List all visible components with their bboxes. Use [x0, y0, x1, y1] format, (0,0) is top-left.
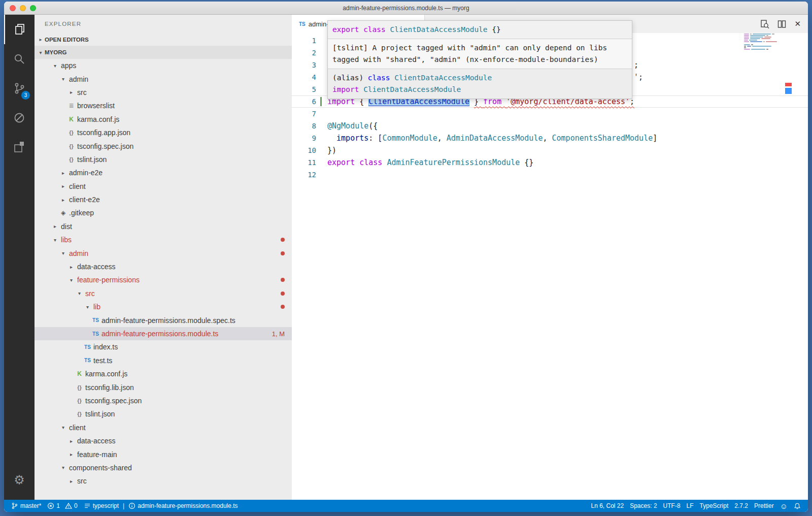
code-line-12[interactable]: 12	[292, 169, 808, 181]
tree-item-index-ts[interactable]: TSindex.ts	[35, 340, 292, 353]
tree-item-browserslist[interactable]: ≣browserslist	[35, 99, 292, 112]
tree-item-components-shared[interactable]: ▾components-shared	[35, 461, 292, 474]
code-line-8[interactable]: 8@NgModule({	[292, 120, 808, 132]
git-branch-status[interactable]: master*	[8, 500, 44, 512]
tree-item-src[interactable]: ▸src	[35, 86, 292, 99]
file-tree: ▾apps▾admin▸src≣browserslistKkarma.conf.…	[35, 59, 292, 500]
tree-item-feature-permissions[interactable]: ▾feature-permissions	[35, 273, 292, 286]
close-icon: ✕	[794, 19, 801, 28]
code-line-7[interactable]: 7	[292, 108, 808, 120]
tree-item-client[interactable]: ▾client	[35, 421, 292, 434]
gutter	[316, 108, 327, 120]
extensions-activity-button[interactable]	[4, 133, 35, 162]
tree-item-admin[interactable]: ▾admin	[35, 246, 292, 260]
tree-item-client[interactable]: ▸client	[35, 180, 292, 193]
tree-item-karma-conf-js[interactable]: Kkarma.conf.js	[35, 367, 292, 380]
tree-item-src[interactable]: ▸src	[35, 474, 292, 488]
tree-item-label: lib	[93, 303, 100, 311]
tree-item-data-access[interactable]: ▸data-access	[35, 260, 292, 273]
tree-item-test-ts[interactable]: TStest.ts	[35, 354, 292, 367]
minimap[interactable]	[744, 34, 777, 50]
search-activity-button[interactable]	[4, 44, 35, 74]
tree-item-tslint-json[interactable]: {}tslint.json	[35, 407, 292, 421]
feedback-button[interactable]: ☺	[777, 502, 791, 510]
code-line-9[interactable]: 9 imports: [CommonModule, AdminDataAcces…	[292, 132, 808, 144]
notifications-button[interactable]	[791, 502, 804, 510]
tree-item-label: test.ts	[93, 357, 112, 365]
workspace-root-label: MYORG	[45, 49, 66, 55]
explorer-activity-button[interactable]	[4, 15, 35, 44]
hover-alias-info: (alias) class ClientDataAccessModuleimpo…	[328, 69, 632, 99]
minimap-segment	[744, 44, 750, 45]
tree-item-label: src	[85, 289, 95, 298]
tree-item-data-access[interactable]: ▸data-access	[35, 434, 292, 447]
minimap-segment	[744, 40, 748, 41]
close-editor-button[interactable]: ✕	[794, 19, 801, 28]
formatter-status[interactable]: Prettier	[751, 502, 777, 509]
language-mode-status[interactable]: TypeScript	[697, 502, 732, 509]
tree-item-admin-feature-permissions-module-spec-ts[interactable]: TSadmin-feature-permissions.module.spec.…	[35, 313, 292, 327]
tree-item--gitkeep[interactable]: ◈.gitkeep	[35, 206, 292, 219]
code-token: class	[359, 158, 382, 167]
code-line-10[interactable]: 10})	[292, 144, 808, 156]
title-bar[interactable]: admin-feature-permissions.module.ts — my…	[4, 2, 808, 15]
source-control-activity-button[interactable]: 3	[4, 74, 35, 103]
code-line-11[interactable]: 11export class AdminFeaturePermissionsMo…	[292, 156, 808, 169]
indentation-status[interactable]: Spaces: 2	[627, 502, 660, 509]
tree-item-tslint-json[interactable]: {}tslint.json	[35, 153, 292, 166]
vscode-window: admin-feature-permissions.module.ts — my…	[4, 2, 808, 512]
minimize-window-button[interactable]	[20, 5, 26, 11]
zoom-window-button[interactable]	[30, 5, 36, 11]
tree-item-tsconfig-lib-json[interactable]: {}tsconfig.lib.json	[35, 380, 292, 394]
ruler-mark	[785, 88, 792, 94]
minimap-segment	[747, 46, 751, 47]
tree-item-libs[interactable]: ▾libs	[35, 233, 292, 246]
minimap-row	[744, 35, 777, 36]
tree-item-label: tsconfig.spec.json	[77, 142, 133, 150]
code-area[interactable]: 123;4';56import { ClientDataAccessModule…	[292, 33, 808, 500]
linter-status[interactable]: typescript	[81, 500, 122, 512]
workspace-root-header[interactable]: ▾ MYORG	[35, 46, 292, 59]
code-token: {}	[520, 158, 533, 167]
tree-item-admin-feature-permissions-module-ts[interactable]: TSadmin-feature-permissions.module.ts1, …	[35, 327, 292, 340]
line-number: 2	[292, 49, 316, 57]
close-window-button[interactable]	[10, 5, 16, 11]
tree-item-feature-main[interactable]: ▸feature-main	[35, 447, 292, 461]
split-editor-button[interactable]	[777, 20, 786, 28]
settings-gear-button[interactable]: ⚙	[4, 465, 35, 495]
tree-item-tsconfig-spec-json[interactable]: {}tsconfig.spec.json	[35, 139, 292, 152]
tree-item-admin-e2e[interactable]: ▸admin-e2e	[35, 166, 292, 179]
encoding-status[interactable]: UTF-8	[660, 502, 684, 509]
smiley-icon: ☺	[780, 502, 788, 510]
tree-item-lib[interactable]: ▾lib	[35, 300, 292, 313]
problems-status[interactable]: 1 0	[44, 500, 80, 512]
cursor-position-status[interactable]: Ln 6, Col 22	[588, 502, 627, 509]
gutter	[316, 47, 327, 59]
tree-item-karma-conf-js[interactable]: Kkarma.conf.js	[35, 113, 292, 126]
file-info-status[interactable]: admin-feature-permissions.module.ts	[125, 500, 241, 512]
minimap-segment	[750, 35, 765, 36]
tree-item-dist[interactable]: ▸dist	[35, 220, 292, 233]
code-token: ;	[638, 73, 643, 82]
eol-status[interactable]: LF	[684, 502, 697, 509]
code-token	[390, 74, 395, 82]
open-editors-section-header[interactable]: ▸ OPEN EDITORS	[35, 33, 292, 46]
code-token	[386, 25, 390, 34]
minimap-segment	[752, 46, 771, 47]
line-number: 8	[292, 122, 316, 130]
ts-version-status[interactable]: 2.7.2	[731, 502, 751, 509]
tree-item-src[interactable]: ▾src	[35, 287, 292, 300]
code-token: AdminDataAccessModule	[447, 134, 543, 143]
tree-item-admin[interactable]: ▾admin	[35, 72, 292, 85]
tree-item-tsconfig-app-json[interactable]: {}tsconfig.app.json	[35, 126, 292, 139]
tree-item-apps[interactable]: ▾apps	[35, 59, 292, 72]
line-number: 9	[292, 134, 316, 142]
code-token: export	[327, 158, 355, 167]
minimap-segment	[753, 34, 771, 35]
open-preview-button[interactable]	[760, 19, 769, 29]
chevron-down-icon: ▾	[67, 277, 76, 283]
tree-item-client-e2e[interactable]: ▸client-e2e	[35, 193, 292, 206]
minimap-segment	[744, 38, 749, 39]
tree-item-tsconfig-spec-json[interactable]: {}tsconfig.spec.json	[35, 394, 292, 407]
debug-activity-button[interactable]	[4, 103, 35, 133]
